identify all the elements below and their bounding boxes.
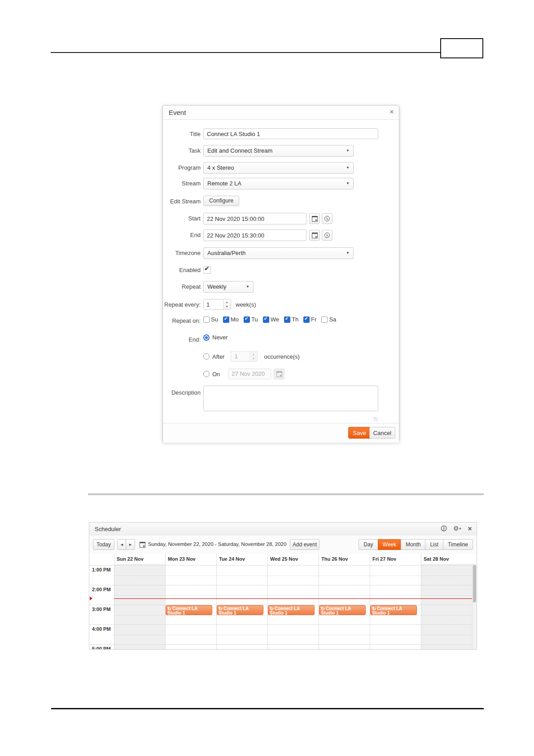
end-on-option[interactable]: On 27 Nov 2020	[203, 369, 285, 379]
checkbox-icon[interactable]	[321, 316, 328, 323]
spinner-arrows[interactable]: ▲ ▼	[223, 300, 230, 309]
end-datetime-input[interactable]	[203, 229, 306, 241]
calendar-icon	[312, 233, 318, 238]
end-time-button[interactable]	[322, 230, 333, 241]
edit-stream-label: Edit Stream	[163, 198, 201, 205]
close-icon[interactable]: ✕	[468, 526, 472, 532]
program-dropdown[interactable]: 4 x Stereo ▼	[203, 162, 354, 174]
clock-icon	[324, 233, 330, 238]
end-never-option[interactable]: Never	[203, 334, 228, 341]
checkbox-icon[interactable]: ✔	[263, 316, 269, 323]
repeat-day-checkbox-we[interactable]: ✔We	[263, 316, 279, 323]
task-dropdown[interactable]: Edit and Connect Stream ▼	[203, 145, 354, 157]
start-label: Start	[163, 215, 201, 222]
repeat-day-checkbox-th[interactable]: ✔Th	[284, 316, 298, 323]
gear-icon[interactable]: ⚙	[453, 525, 459, 532]
repeat-day-checkbox-fr[interactable]: ✔Fr	[303, 316, 316, 323]
chevron-down-icon: ▼	[346, 178, 350, 189]
calendar-event[interactable]: ↻Connect LA Studio 1	[166, 605, 212, 615]
start-datetime-input[interactable]	[203, 213, 306, 224]
day-abbrev-label: Sa	[329, 316, 336, 323]
enabled-checkbox[interactable]: ✔	[203, 266, 211, 274]
day-abbrev-label: Fr	[311, 316, 316, 323]
check-icon: ✔	[264, 316, 267, 321]
scrollbar[interactable]	[472, 564, 477, 649]
configure-button[interactable]: Configure	[203, 196, 239, 206]
radio-icon[interactable]	[203, 353, 210, 360]
spinner-down-icon[interactable]: ▼	[223, 304, 230, 309]
repeat-every-suffix: week(s)	[236, 301, 256, 308]
chevron-down-icon: ▼	[346, 163, 350, 173]
calendar-event[interactable]: ↻Connect LA Studio 1	[268, 605, 315, 615]
scheduler-titlebar: Scheduler ⓘ ⚙▾ ✕	[89, 523, 477, 536]
title-input[interactable]	[203, 128, 378, 139]
repeat-dropdown[interactable]: Weekly ▼	[203, 281, 254, 293]
info-icon[interactable]: ⓘ	[441, 525, 447, 532]
day-abbrev-label: Th	[292, 316, 298, 323]
start-time-button[interactable]	[322, 213, 333, 224]
time-gutter-header	[89, 554, 114, 564]
chevron-down-icon: ▼	[246, 281, 249, 292]
footer-rule	[51, 708, 484, 709]
caret-down-icon[interactable]: ▾	[460, 527, 461, 531]
repeat-on-days: Su✔Mo✔Tu✔We✔Th✔FrSa	[203, 316, 341, 324]
checkbox-icon[interactable]	[203, 316, 210, 323]
repeat-day-checkbox-sa[interactable]: Sa	[321, 316, 336, 323]
scrollbar-thumb[interactable]	[473, 565, 476, 602]
checkbox-icon[interactable]: ✔	[223, 316, 229, 323]
time-label: 4:00 PM	[92, 626, 111, 632]
half-hour-line	[114, 595, 472, 596]
timezone-dropdown[interactable]: Australia/Perth ▼	[203, 247, 354, 259]
repeat-day-checkbox-tu[interactable]: ✔Tu	[244, 316, 258, 323]
view-tab-timeline[interactable]: Timeline	[443, 539, 473, 550]
end-calendar-button[interactable]	[309, 230, 320, 241]
start-calendar-button[interactable]	[309, 213, 320, 224]
checkbox-icon[interactable]: ✔	[303, 316, 310, 323]
date-range[interactable]: Sunday, November 22, 2020 - Saturday, No…	[148, 541, 286, 547]
check-icon: ✔	[304, 316, 308, 321]
resize-handle-icon[interactable]	[374, 417, 378, 421]
repeat-every-stepper[interactable]: ▲ ▼	[203, 299, 231, 310]
calendar-event[interactable]: ↻Connect LA Studio 1	[319, 605, 366, 615]
radio-selected-icon[interactable]	[203, 334, 210, 341]
day-header: Sun 22 Nov	[114, 554, 165, 564]
view-tab-week[interactable]: Week	[378, 539, 401, 550]
stream-dropdown[interactable]: Remote 2 LA ▼	[203, 178, 354, 189]
today-button[interactable]: Today	[93, 539, 114, 550]
time-label: 5:00 PM	[92, 646, 111, 649]
checkbox-icon[interactable]: ✔	[244, 316, 250, 323]
repeat-day-checkbox-su[interactable]: Su	[203, 316, 218, 323]
title-label: Title	[163, 131, 201, 137]
half-hour-line	[114, 576, 472, 576]
next-button[interactable]: ▸	[126, 539, 135, 550]
close-icon[interactable]: ×	[390, 108, 394, 115]
radio-icon[interactable]	[203, 371, 210, 377]
end-after-option[interactable]: After 1 ▲ ▼ occurrence(s)	[203, 351, 300, 362]
view-tab-day[interactable]: Day	[359, 539, 378, 550]
prev-button[interactable]: ◂	[117, 539, 127, 550]
end-on-date-input: 27 Nov 2020	[228, 369, 271, 379]
view-tab-month[interactable]: Month	[401, 539, 425, 550]
day-header: Mon 23 Nov	[165, 554, 216, 564]
checkbox-icon[interactable]: ✔	[284, 316, 290, 323]
spinner-up-icon[interactable]: ▲	[223, 300, 230, 304]
event-title: Connect LA Studio 1	[219, 606, 249, 615]
check-icon: ✔	[204, 265, 210, 272]
clock-icon	[324, 216, 330, 221]
repeat-day-checkbox-mo[interactable]: ✔Mo	[223, 316, 239, 323]
add-event-button[interactable]: Add event	[290, 539, 320, 550]
dialog-title: Event	[169, 109, 186, 116]
view-tab-list[interactable]: List	[425, 539, 443, 550]
cancel-button[interactable]: Cancel	[369, 427, 395, 439]
day-header: Tue 24 Nov	[216, 554, 267, 564]
save-button[interactable]: Save	[348, 427, 371, 439]
description-textarea[interactable]	[203, 386, 378, 411]
view-tabs: DayWeekMonthListTimeline	[359, 539, 473, 550]
titlebar-icons: ⓘ ⚙▾ ✕	[436, 525, 472, 533]
header-rule	[51, 52, 440, 53]
day-abbrev-label: Tu	[251, 316, 258, 323]
calendar-event[interactable]: ↻Connect LA Studio 1	[370, 605, 417, 615]
event-dialog: Event × Title Task Edit and Connect Stre…	[162, 105, 399, 442]
calendar-event[interactable]: ↻Connect LA Studio 1	[217, 605, 263, 615]
event-title: Connect LA Studio 1	[270, 606, 300, 615]
